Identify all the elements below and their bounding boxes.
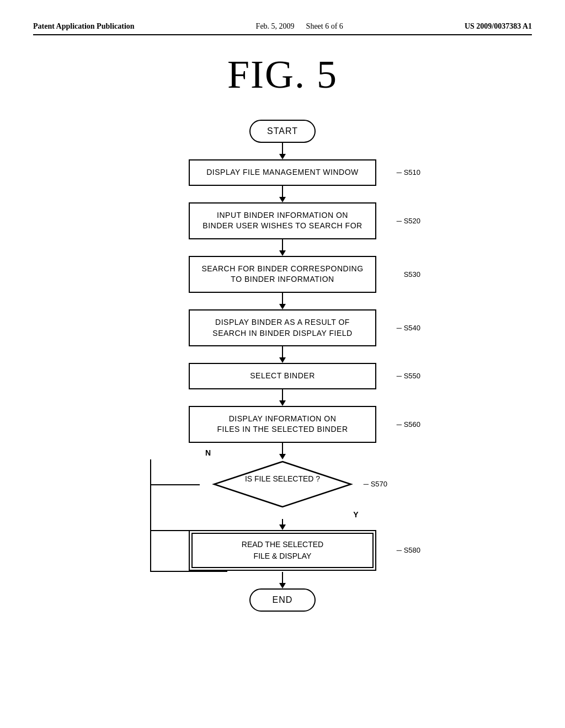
s560-label: ─ S560	[397, 420, 420, 429]
s570-diamond-svg: IS FILE SELECTED ?	[211, 459, 354, 509]
arrow-s560-to-s570	[279, 443, 286, 459]
arrow-s530-to-s540	[279, 293, 286, 309]
arrow-s510-to-s520	[279, 186, 286, 202]
start-shape: START	[249, 120, 316, 143]
end-node: END	[249, 588, 316, 612]
diamond-row: IS FILE SELECTED ? N ─ S570	[211, 459, 354, 509]
end-label: END	[273, 595, 293, 604]
svg-text:IS FILE SELECTED ?: IS FILE SELECTED ?	[245, 474, 320, 483]
s540-node: DISPLAY BINDER AS A RESULT OFSEARCH IN B…	[189, 309, 376, 346]
s570-container: IS FILE SELECTED ? N ─ S570 Y	[117, 459, 448, 530]
arrow-start-to-s510	[279, 143, 286, 159]
s550-node: SELECT BINDER ─ S550	[189, 363, 376, 389]
header-date: Feb. 5, 2009 Sheet 6 of 6	[256, 22, 343, 31]
loopback-bottom-line	[150, 571, 227, 572]
s580-row: READ THE SELECTEDFILE & DISPLAY ─ S580	[117, 530, 448, 571]
page-header: Patent Application Publication Feb. 5, 2…	[33, 22, 532, 35]
header-publication-label: Patent Application Publication	[33, 22, 135, 31]
s550-shape: SELECT BINDER	[189, 363, 376, 389]
n-horizontal-line	[150, 484, 200, 485]
flowchart: START DISPLAY FILE MANAGEMENT WINDOW ─ S…	[33, 120, 532, 612]
s530-node: SEARCH FOR BINDER CORRESPONDINGTO BINDER…	[189, 256, 376, 293]
end-shape: END	[249, 588, 316, 612]
s530-shape: SEARCH FOR BINDER CORRESPONDINGTO BINDER…	[189, 256, 376, 293]
y-arrow-container: Y	[198, 509, 367, 530]
start-node: START	[249, 120, 316, 143]
s530-label: S530	[404, 270, 420, 279]
svg-marker-0	[214, 462, 351, 507]
header-sheet: Sheet 6 of 6	[306, 22, 343, 30]
s510-node: DISPLAY FILE MANAGEMENT WINDOW ─ S510	[189, 159, 376, 186]
s520-shape: INPUT BINDER INFORMATION ONBINDER USER W…	[189, 202, 376, 239]
arrow-s550-to-s560	[279, 389, 286, 406]
page: Patent Application Publication Feb. 5, 2…	[0, 0, 565, 728]
arrow-s540-to-s550	[279, 346, 286, 363]
figure-title: FIG. 5	[33, 52, 532, 98]
s540-shape: DISPLAY BINDER AS A RESULT OFSEARCH IN B…	[189, 309, 376, 346]
s580-label: ─ S580	[397, 546, 420, 554]
s550-label: ─ S550	[397, 372, 420, 380]
s510-shape: DISPLAY FILE MANAGEMENT WINDOW	[189, 159, 376, 186]
arrow-s580-to-end	[279, 572, 286, 588]
s580-node: READ THE SELECTEDFILE & DISPLAY ─ S580	[189, 530, 376, 571]
loopback-left-line-s580	[150, 530, 151, 571]
arrow-s520-to-s530	[279, 239, 286, 256]
s570-step-label: ─ S570	[364, 480, 387, 488]
s540-label: ─ S540	[397, 324, 420, 332]
start-label: START	[267, 126, 298, 136]
s560-node: DISPLAY INFORMATION ONFILES IN THE SELEC…	[189, 406, 376, 443]
branch-n-label: N	[205, 448, 211, 457]
arrow-s570-to-s580	[279, 519, 286, 530]
branch-y-label: Y	[353, 510, 358, 519]
decision-section: IS FILE SELECTED ? N ─ S570 Y	[117, 459, 448, 572]
s520-label: ─ S520	[397, 217, 420, 225]
header-patent-number: US 2009/0037383 A1	[465, 22, 532, 31]
s560-shape: DISPLAY INFORMATION ONFILES IN THE SELEC…	[189, 406, 376, 443]
s520-node: INPUT BINDER INFORMATION ONBINDER USER W…	[189, 202, 376, 239]
s580-shape: READ THE SELECTEDFILE & DISPLAY	[189, 530, 376, 571]
s510-label: ─ S510	[397, 168, 420, 176]
